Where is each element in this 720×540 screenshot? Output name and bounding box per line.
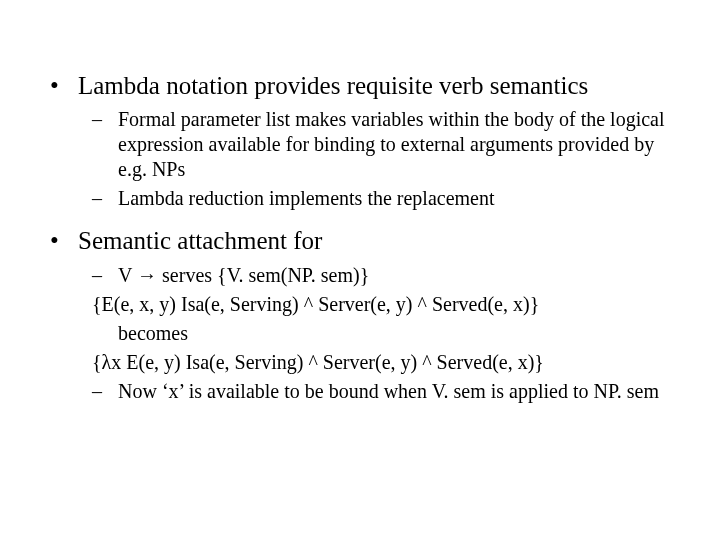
slide-body: • Lambda notation provides requisite ver… [0,0,720,540]
bullet-text: Lambda notation provides requisite verb … [78,70,680,101]
bullet-dash-icon: – [92,186,118,211]
bullet-text: Semantic attachment for [78,225,680,256]
bullet-level2: – V → serves {V. sem(NP. sem)} [92,263,680,288]
bullet-text: Lambda reduction implements the replacem… [118,186,680,211]
bullet-text: Formal parameter list makes variables wi… [118,107,680,182]
bullet-level2: – Now ‘x’ is available to be bound when … [92,379,680,404]
bullet-level2: – Lambda reduction implements the replac… [92,186,680,211]
expression-line: {E(e, x, y) Isa(e, Serving) ^ Server(e, … [92,292,680,317]
bullet-level1: • Lambda notation provides requisite ver… [50,70,680,101]
spacer [50,215,680,225]
bullet-dash-icon: – [92,263,118,288]
bullet-level1: • Semantic attachment for [50,225,680,256]
bullet-dot-icon: • [50,70,78,101]
expression-line: {λx E(e, y) Isa(e, Serving) ^ Server(e, … [92,350,680,375]
bullet-text: Now ‘x’ is available to be bound when V.… [118,379,680,404]
bullet-dot-icon: • [50,225,78,256]
bullet-level2: – Formal parameter list makes variables … [92,107,680,182]
bullet-dash-icon: – [92,379,118,404]
bullet-dash-icon: – [92,107,118,132]
becomes-line: becomes [118,321,680,346]
bullet-text: V → serves {V. sem(NP. sem)} [118,263,680,288]
